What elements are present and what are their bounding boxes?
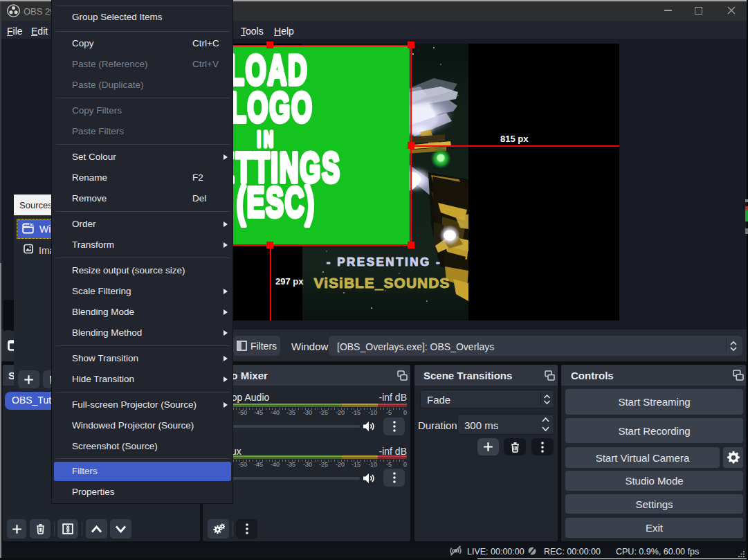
svg-text:LOGO: LOGO [233, 83, 313, 132]
svg-text:(ESC): (ESC) [237, 178, 316, 226]
svg-text:- PRESENTING -: - PRESENTING - [327, 255, 441, 269]
svg-text:ViSiBLE_SOUNDS: ViSiBLE_SOUNDS [314, 275, 450, 291]
